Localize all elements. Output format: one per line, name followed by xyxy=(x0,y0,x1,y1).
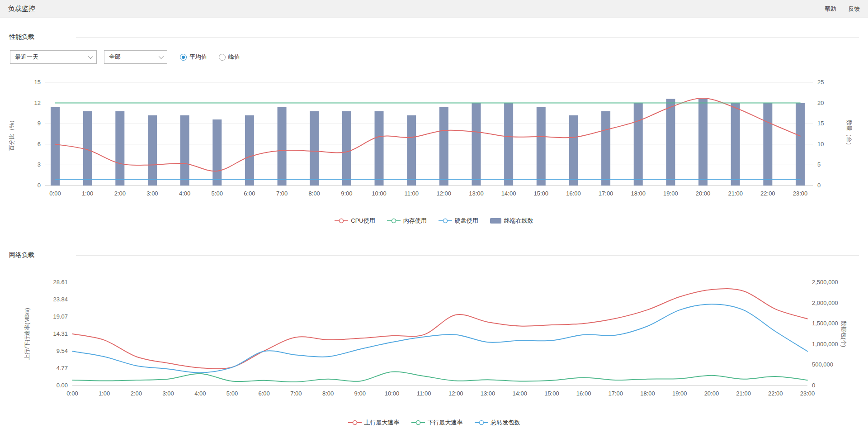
legend-label: 下行最大速率 xyxy=(428,419,463,427)
svg-text:16:00: 16:00 xyxy=(566,190,581,197)
svg-text:15: 15 xyxy=(34,79,41,86)
svg-text:2,000,000: 2,000,000 xyxy=(812,300,838,306)
network-chart: 0.004.779.5414.3119.0723.8428.610500,000… xyxy=(0,271,868,402)
svg-text:数量（台）: 数量（台） xyxy=(846,120,852,148)
bar-legend-icon xyxy=(490,218,501,224)
svg-text:22:00: 22:00 xyxy=(760,190,775,197)
svg-text:22:00: 22:00 xyxy=(768,390,783,397)
average-radio-label: 平均值 xyxy=(189,53,207,61)
svg-text:0.00: 0.00 xyxy=(57,382,68,389)
svg-text:2:00: 2:00 xyxy=(131,390,142,397)
legend-item[interactable]: 总转发包数 xyxy=(475,419,520,427)
svg-text:21:00: 21:00 xyxy=(736,390,751,397)
svg-text:18:00: 18:00 xyxy=(640,390,655,397)
average-radio[interactable]: 平均值 xyxy=(180,53,207,61)
time-range-select[interactable]: 最近一天 xyxy=(10,50,97,64)
legend-label: CPU使用 xyxy=(351,217,375,225)
svg-text:8:00: 8:00 xyxy=(322,390,334,397)
heading-divider xyxy=(76,37,859,38)
svg-text:20: 20 xyxy=(817,100,824,106)
svg-text:7:00: 7:00 xyxy=(276,190,288,197)
svg-text:6:00: 6:00 xyxy=(259,390,270,397)
svg-text:10:00: 10:00 xyxy=(372,190,387,197)
svg-text:4:00: 4:00 xyxy=(179,190,190,197)
svg-text:16:00: 16:00 xyxy=(576,390,591,397)
legend-item[interactable]: 终端在线数 xyxy=(490,217,533,225)
scope-value: 全部 xyxy=(109,53,121,61)
svg-text:3: 3 xyxy=(38,161,41,168)
svg-text:21:00: 21:00 xyxy=(728,190,743,197)
svg-text:18:00: 18:00 xyxy=(631,190,646,197)
line-legend-icon xyxy=(439,218,452,224)
network-chart-legend: 上行最大速率下行最大速率总转发包数 xyxy=(0,418,868,427)
legend-item[interactable]: 下行最大速率 xyxy=(411,419,463,427)
svg-text:3:00: 3:00 xyxy=(146,190,158,197)
svg-text:28.61: 28.61 xyxy=(53,279,68,286)
svg-text:23.84: 23.84 xyxy=(53,296,68,303)
svg-text:25: 25 xyxy=(817,79,824,86)
svg-text:3:00: 3:00 xyxy=(162,390,174,397)
radio-unselected-icon[interactable] xyxy=(219,54,226,61)
svg-text:11:00: 11:00 xyxy=(404,190,419,197)
chevron-down-icon xyxy=(159,54,164,59)
network-section-heading: 网络负载 xyxy=(9,251,859,260)
svg-text:9: 9 xyxy=(38,120,41,127)
line-legend-icon xyxy=(335,218,348,224)
svg-text:1,500,000: 1,500,000 xyxy=(812,320,838,327)
svg-text:10:00: 10:00 xyxy=(385,390,400,397)
legend-item[interactable]: 上行最大速率 xyxy=(348,419,400,427)
legend-item[interactable]: 内存使用 xyxy=(387,217,427,225)
svg-text:7:00: 7:00 xyxy=(290,390,302,397)
svg-text:6: 6 xyxy=(38,141,41,148)
svg-text:9:00: 9:00 xyxy=(354,390,366,397)
scope-select[interactable]: 全部 xyxy=(104,50,167,64)
peak-radio[interactable]: 峰值 xyxy=(219,53,240,61)
svg-text:20:00: 20:00 xyxy=(696,190,711,197)
svg-text:百分比（%）: 百分比（%） xyxy=(9,117,15,151)
line-legend-icon xyxy=(475,419,488,426)
svg-text:11:00: 11:00 xyxy=(417,390,431,397)
svg-text:12:00: 12:00 xyxy=(448,390,463,397)
svg-text:13:00: 13:00 xyxy=(481,390,495,397)
svg-text:15:00: 15:00 xyxy=(534,190,549,197)
heading-divider xyxy=(76,255,859,256)
svg-text:15: 15 xyxy=(817,120,824,127)
feedback-link[interactable]: 反馈 xyxy=(848,5,860,13)
svg-text:17:00: 17:00 xyxy=(599,190,613,197)
svg-text:1,000,000: 1,000,000 xyxy=(812,341,838,348)
svg-text:23:00: 23:00 xyxy=(800,390,815,397)
svg-text:上行/下行速率(MB/s): 上行/下行速率(MB/s) xyxy=(24,308,30,360)
legend-label: 总转发包数 xyxy=(491,419,520,427)
legend-item[interactable]: 硬盘使用 xyxy=(439,217,478,225)
svg-text:14:00: 14:00 xyxy=(501,190,516,197)
svg-text:2,500,000: 2,500,000 xyxy=(812,279,838,286)
line-legend-icon xyxy=(348,419,362,426)
svg-text:5:00: 5:00 xyxy=(226,390,238,397)
line-legend-icon xyxy=(411,419,425,426)
svg-text:0: 0 xyxy=(38,182,41,189)
svg-text:14:00: 14:00 xyxy=(512,390,527,397)
svg-text:12:00: 12:00 xyxy=(437,190,452,197)
radio-selected-icon[interactable] xyxy=(180,54,187,61)
svg-text:2:00: 2:00 xyxy=(114,190,126,197)
svg-text:1:00: 1:00 xyxy=(82,190,93,197)
svg-text:19.07: 19.07 xyxy=(53,313,68,320)
legend-label: 内存使用 xyxy=(403,217,427,225)
help-link[interactable]: 帮助 xyxy=(825,5,836,13)
time-range-value: 最近一天 xyxy=(15,53,38,61)
svg-text:4:00: 4:00 xyxy=(194,390,206,397)
line-legend-icon xyxy=(387,218,401,224)
svg-text:10: 10 xyxy=(817,141,824,148)
svg-text:0:00: 0:00 xyxy=(66,390,78,397)
svg-text:23:00: 23:00 xyxy=(793,190,808,197)
performance-chart-legend: CPU使用内存使用硬盘使用终端在线数 xyxy=(0,216,868,225)
svg-text:14.31: 14.31 xyxy=(53,330,68,337)
svg-text:15:00: 15:00 xyxy=(544,390,559,397)
network-heading-text: 网络负载 xyxy=(9,251,34,259)
svg-text:500,000: 500,000 xyxy=(812,361,833,368)
chevron-down-icon xyxy=(88,54,93,59)
legend-item[interactable]: CPU使用 xyxy=(335,217,375,225)
legend-label: 上行最大速率 xyxy=(364,419,400,427)
svg-text:0: 0 xyxy=(817,182,821,189)
legend-label: 终端在线数 xyxy=(504,217,533,225)
